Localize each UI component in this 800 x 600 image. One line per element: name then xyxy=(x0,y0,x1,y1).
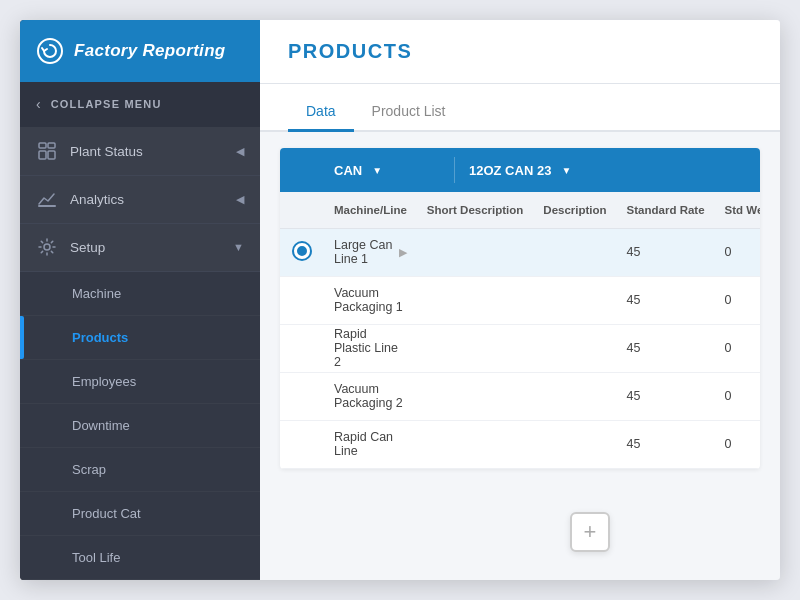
products-label: Products xyxy=(72,330,128,345)
std-wei-cell: 0 xyxy=(715,228,760,276)
filter-can-dropdown[interactable]: CAN ▼ xyxy=(324,148,454,192)
sidebar-item-machine[interactable]: Machine xyxy=(20,272,260,316)
sidebar-item-products[interactable]: Products xyxy=(20,316,260,360)
table-row[interactable]: Large Can Line 1▶450 xyxy=(280,228,760,276)
standard-rate-cell: 45 xyxy=(617,372,715,420)
svg-rect-3 xyxy=(39,151,46,159)
short-desc-cell xyxy=(417,372,533,420)
main-header: PRODUCTS xyxy=(260,20,780,84)
setup-label: Setup xyxy=(70,240,105,255)
standard-rate-cell: 45 xyxy=(617,276,715,324)
table-row[interactable]: Rapid Plastic Line 2450 xyxy=(280,324,760,372)
short-desc-cell xyxy=(417,324,533,372)
plant-status-label: Plant Status xyxy=(70,144,143,159)
col-short-desc: Short Description xyxy=(417,192,533,228)
table-row[interactable]: Rapid Can Line450 xyxy=(280,420,760,468)
sidebar-item-plant-status[interactable]: Plant Status ◀ xyxy=(20,128,260,176)
description-cell xyxy=(533,228,616,276)
filter-can-label: CAN xyxy=(334,163,362,178)
setup-sub-menu: Machine Products Employees Downtime Scra… xyxy=(20,272,260,580)
arrow-left-icon: ◀ xyxy=(236,145,244,158)
arrow-left-icon-analytics: ◀ xyxy=(236,193,244,206)
machine-name: Vacuum Packaging 1 xyxy=(334,286,407,314)
sidebar-item-setup[interactable]: Setup ▼ xyxy=(20,224,260,272)
table-header-row: Machine/Line Short Description Descripti… xyxy=(280,192,760,228)
employees-label: Employees xyxy=(72,374,136,389)
std-wei-cell: 0 xyxy=(715,420,760,468)
col-standard-rate: Standard Rate xyxy=(617,192,715,228)
table-area: CAN ▼ 12OZ CAN 23 ▼ Machine/Line xyxy=(280,148,760,469)
std-wei-cell: 0 xyxy=(715,372,760,420)
filter-can-arrow: ▼ xyxy=(372,165,382,176)
description-cell xyxy=(533,276,616,324)
machine-label: Machine xyxy=(72,286,121,301)
page-title: PRODUCTS xyxy=(288,40,412,63)
sidebar-item-analytics[interactable]: Analytics ◀ xyxy=(20,176,260,224)
sidebar: Factory Reporting ‹ COLLAPSE MENU Plant … xyxy=(20,20,260,580)
sidebar-item-downtime[interactable]: Downtime xyxy=(20,404,260,448)
table-row[interactable]: Vacuum Packaging 1450 xyxy=(280,276,760,324)
standard-rate-cell: 45 xyxy=(617,228,715,276)
content-wrapper: CAN ▼ 12OZ CAN 23 ▼ Machine/Line xyxy=(260,132,780,580)
collapse-menu-button[interactable]: ‹ COLLAPSE MENU xyxy=(20,82,260,128)
settings-icon xyxy=(36,238,58,256)
machine-cell: Vacuum Packaging 2 xyxy=(324,372,417,420)
main-content: PRODUCTS Data Product List CAN ▼ 12OZ CA… xyxy=(260,20,780,580)
arrow-down-icon: ▼ xyxy=(233,241,244,253)
machine-cell: Large Can Line 1▶ xyxy=(324,228,417,276)
machine-cell: Rapid Can Line xyxy=(324,420,417,468)
chart-icon xyxy=(36,190,58,208)
radio-cell[interactable] xyxy=(280,372,324,420)
filter-can23-label: 12OZ CAN 23 xyxy=(469,163,551,178)
radio-cell[interactable] xyxy=(280,228,324,276)
sidebar-header: Factory Reporting xyxy=(20,20,260,82)
short-desc-cell xyxy=(417,228,533,276)
downtime-label: Downtime xyxy=(72,418,130,433)
machine-cell: Rapid Plastic Line 2 xyxy=(324,324,417,372)
app-title: Factory Reporting xyxy=(74,41,226,61)
standard-rate-cell: 45 xyxy=(617,420,715,468)
chevron-left-icon: ‹ xyxy=(36,96,41,112)
sidebar-item-tool-life[interactable]: Tool Life xyxy=(20,536,260,580)
svg-rect-2 xyxy=(48,143,55,148)
tab-data[interactable]: Data xyxy=(288,103,354,132)
product-cat-label: Product Cat xyxy=(72,506,141,521)
add-button[interactable]: + xyxy=(570,512,610,552)
table-row[interactable]: Vacuum Packaging 2450 xyxy=(280,372,760,420)
col-description: Description xyxy=(533,192,616,228)
analytics-label: Analytics xyxy=(70,192,124,207)
col-machine-line: Machine/Line xyxy=(324,192,417,228)
sidebar-item-product-cat[interactable]: Product Cat xyxy=(20,492,260,536)
col-radio xyxy=(280,192,324,228)
short-desc-cell xyxy=(417,276,533,324)
description-cell xyxy=(533,324,616,372)
description-cell xyxy=(533,372,616,420)
svg-rect-4 xyxy=(48,151,55,159)
filter-row: CAN ▼ 12OZ CAN 23 ▼ xyxy=(280,148,760,192)
products-table: Machine/Line Short Description Descripti… xyxy=(280,192,760,469)
machine-name: Large Can Line 1 xyxy=(334,238,393,266)
machine-name: Vacuum Packaging 2 xyxy=(334,382,407,410)
standard-rate-cell: 45 xyxy=(617,324,715,372)
plus-icon: + xyxy=(584,519,597,545)
std-wei-cell: 0 xyxy=(715,324,760,372)
std-wei-cell: 0 xyxy=(715,276,760,324)
machine-name: Rapid Can Line xyxy=(334,430,407,458)
expand-arrow-icon[interactable]: ▶ xyxy=(399,246,407,259)
sidebar-item-employees[interactable]: Employees xyxy=(20,360,260,404)
svg-rect-1 xyxy=(39,143,46,148)
sidebar-item-scrap[interactable]: Scrap xyxy=(20,448,260,492)
radio-cell[interactable] xyxy=(280,276,324,324)
tab-product-list[interactable]: Product List xyxy=(354,103,464,132)
short-desc-cell xyxy=(417,420,533,468)
grid-icon xyxy=(36,142,58,160)
radio-cell[interactable] xyxy=(280,324,324,372)
radio-cell[interactable] xyxy=(280,420,324,468)
filter-can23-dropdown[interactable]: 12OZ CAN 23 ▼ xyxy=(455,148,635,192)
col-std-wei: Std Wei xyxy=(715,192,760,228)
filter-can23-arrow: ▼ xyxy=(561,165,571,176)
radio-selected-icon xyxy=(294,243,310,259)
logo-icon xyxy=(36,37,64,65)
scrap-label: Scrap xyxy=(72,462,106,477)
machine-cell: Vacuum Packaging 1 xyxy=(324,276,417,324)
